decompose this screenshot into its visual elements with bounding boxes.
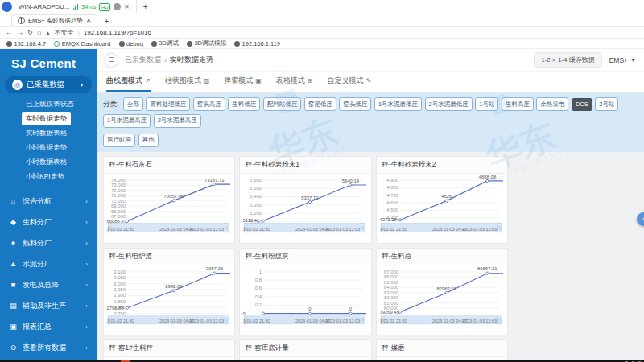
close-session-icon[interactable]: ✕ <box>124 3 130 10</box>
sidebar-groups: ⌂综合分析›◆生料分厂›●熟料分厂›▲水泥分厂›■发电及总降›▤辅助及非生产›▣… <box>0 186 97 360</box>
filter-chip[interactable]: 其他 <box>138 134 159 147</box>
breadcrumb-current: 实时数据走势 <box>170 55 213 65</box>
user-dropdown[interactable]: EMS+ ▼ <box>609 56 636 64</box>
session-options-icon[interactable] <box>114 3 121 10</box>
cache-data-button[interactable]: 1-2 > 1-4 缓存数据 <box>534 52 601 68</box>
filter-chip[interactable]: 原料处理低压 <box>146 97 190 111</box>
browser-tab[interactable]: EMS+ 实时数据趋势 ✕ <box>11 14 97 26</box>
close-tab-icon[interactable]: ✕ <box>86 17 92 24</box>
menu-toggle-icon[interactable]: ☰ <box>105 54 118 67</box>
breadcrumb-parent[interactable]: 已采集数据 <box>125 55 161 65</box>
trend-line-chart[interactable]: 4,9004,8004,7004,6004,5004,4003-01-02 21… <box>377 174 508 243</box>
svg-text:0.2: 0.2 <box>255 302 262 307</box>
sidebar-group[interactable]: ●熟料分厂› <box>7 232 89 253</box>
filter-chip[interactable]: 2号水泥磨低压 <box>425 97 473 111</box>
sidebar-item-sub[interactable]: 小时数据走势 <box>22 141 71 154</box>
mode-tab[interactable]: 自定义模式✎ <box>328 72 372 92</box>
sidebar-group[interactable]: ◆生料分厂› <box>7 212 89 232</box>
bookmark-label: debug <box>126 40 143 47</box>
mode-tab-label: 柱状图模式 <box>165 76 201 86</box>
sidebar-group-label: 报表汇总 <box>23 322 52 332</box>
chevron-right-icon: › <box>85 282 88 289</box>
filter-chip[interactable]: 窑尾低压 <box>304 97 336 111</box>
back-icon[interactable]: ← <box>6 28 13 36</box>
chart-card: 秤-窑库底计量91,00090,00089,00088,00087,00086,… <box>239 339 372 360</box>
bookmark-label: 3D调试 <box>159 39 179 47</box>
sidebar-group-label: 综合分析 <box>23 196 52 207</box>
sidebar-group[interactable]: ⌂综合分析› <box>7 191 89 212</box>
trend-line-chart[interactable]: 5,6005,5005,4005,3005,2005,1003-01-02 21… <box>240 174 371 243</box>
trend-line-chart[interactable]: 10.80.60.40.23-01-02 21:302023-01-03 04:… <box>240 265 371 335</box>
filter-chip[interactable]: 1号水泥磨低压 <box>374 97 422 111</box>
new-tab-button[interactable]: + <box>97 17 115 26</box>
svg-text:5,600: 5,600 <box>250 178 262 183</box>
chart-title: 秤-窑库底计量 <box>240 340 371 357</box>
sidebar-group[interactable]: ▣报表汇总› <box>7 316 89 337</box>
new-session-button[interactable]: + <box>137 2 155 11</box>
svg-text:3-01-02 21:30: 3-01-02 21:30 <box>379 319 407 323</box>
filter-chip[interactable]: 运行时间 <box>103 134 135 147</box>
mode-tab[interactable]: 柱状图模式▥ <box>165 72 210 92</box>
sidebar-item-sub[interactable]: 小时KPI走势 <box>22 170 68 183</box>
sidebar-group[interactable]: ⊙查看所有数据› <box>7 337 89 358</box>
trend-line-chart[interactable]: 74,00073,00072,00071,00070,00069,00068,0… <box>104 174 235 243</box>
forward-icon[interactable]: → <box>17 28 24 36</box>
filter-chip[interactable]: 全部 <box>123 97 143 111</box>
sidebar-item-sub[interactable]: 已上线仪表状态 <box>22 97 78 111</box>
bookmark-item[interactable]: debug <box>119 40 143 47</box>
trend-line-chart[interactable]: 7,0006847.8 <box>377 357 508 360</box>
chart-card: 秤-生料砂岩粉末24,9004,8004,7004,6004,5004,4003… <box>376 156 509 244</box>
svg-text:4888.08: 4888.08 <box>478 175 495 179</box>
svg-text:0.4: 0.4 <box>255 294 262 299</box>
sidebar-item-sub[interactable]: 小时数据表格 <box>22 155 71 169</box>
chart-title: 秤-生料砂岩粉末1 <box>240 157 371 174</box>
filter-chip[interactable]: 1号站 <box>475 97 498 111</box>
sidebar-group[interactable]: ▤辅助及非生产› <box>7 295 89 316</box>
content-header: ☰ 已采集数据 › 实时数据走势 1-2 > 1-4 缓存数据 EMS+ ▼ <box>97 49 644 71</box>
mode-tab[interactable]: 表格模式⊞ <box>276 72 313 92</box>
chevron-right-icon: › <box>85 261 88 268</box>
bookmark-item[interactable]: EMQX Dashboard <box>54 40 110 47</box>
filter-chip[interactable]: 窑头高压 <box>193 97 225 111</box>
svg-text:5110.41: 5110.41 <box>243 218 260 223</box>
svg-text:4,600: 4,600 <box>386 200 398 205</box>
remote-session-tab[interactable]: WIN-ARADFDU... 34ms HD ✕ <box>12 0 137 14</box>
bookmark-item[interactable]: 192.168.1.119 <box>234 40 280 47</box>
svg-text:3-01-02 21:30: 3-01-02 21:30 <box>243 227 270 232</box>
filter-chip[interactable]: 窑头低压 <box>339 97 371 111</box>
sidebar-group[interactable]: ✉节能分析讨论区 <box>7 358 89 360</box>
trend-line-chart[interactable]: 87,00086,00085,00084,00083,00082,00081,0… <box>377 265 508 335</box>
svg-text:3-01-02 21:30: 3-01-02 21:30 <box>243 319 270 323</box>
svg-text:3,100: 3,100 <box>114 269 126 274</box>
url-text[interactable]: 192.168.1.119/?p=1016 <box>84 29 151 36</box>
filter-chip[interactable]: 余热发电 <box>536 97 568 111</box>
trend-line-chart[interactable]: 91,00090,00089,00088,00087,00086,00085,0… <box>240 357 371 360</box>
mode-tab[interactable]: 曲线图模式↗ <box>106 72 151 92</box>
filter-chip[interactable]: DCS <box>572 98 592 111</box>
trend-line-chart[interactable]: 8007006005004003003-01-02 21:302023-01-0… <box>104 357 235 360</box>
bookmark-label: EMQX Dashboard <box>62 40 111 47</box>
chart-card: 秤-生料电炉渣3,1003,0503,0002,9502,9002,8502,8… <box>103 248 236 335</box>
sidebar-item-sub[interactable]: 实时数据表格 <box>22 126 71 140</box>
sidebar-group[interactable]: ▲水泥分厂› <box>7 253 89 274</box>
mode-tab-label: 表格模式 <box>276 76 305 86</box>
trend-line-chart[interactable]: 3,1003,0503,0002,9502,9002,8502,8002,750… <box>104 265 235 335</box>
mode-tab[interactable]: 弹窗模式▣ <box>224 72 262 92</box>
not-secure-label[interactable]: 不安全 <box>55 28 74 37</box>
sidebar-group-label: 辅助及非生产 <box>23 301 66 311</box>
bookmark-item[interactable]: 3D调试模拟 <box>187 39 226 47</box>
sidebar-item-current[interactable]: 实时数据走势 <box>22 112 71 125</box>
bookmark-item[interactable]: 192.168.4.7 <box>6 40 46 47</box>
filter-chip[interactable]: 1号水泥磨高压 <box>103 114 151 128</box>
svg-text:5540.14: 5540.14 <box>342 179 360 183</box>
reload-icon[interactable]: ↻ <box>27 28 33 36</box>
sidebar-group[interactable]: ■发电及总降› <box>7 274 89 295</box>
home-icon[interactable]: ⌂ <box>37 28 41 36</box>
filter-chip[interactable]: 配料站低压 <box>263 97 302 111</box>
bookmark-item[interactable]: 3D调试 <box>151 39 179 47</box>
filter-chip[interactable]: 生料低压 <box>228 97 260 111</box>
filter-chip[interactable]: 2号水泥磨高压 <box>154 114 201 128</box>
sidebar-group-collected-data[interactable]: ◎ 已采集数据 ▼ <box>5 76 92 93</box>
filter-chip[interactable]: 生料高压 <box>502 97 534 111</box>
filter-chip[interactable]: 2号站 <box>595 97 618 111</box>
